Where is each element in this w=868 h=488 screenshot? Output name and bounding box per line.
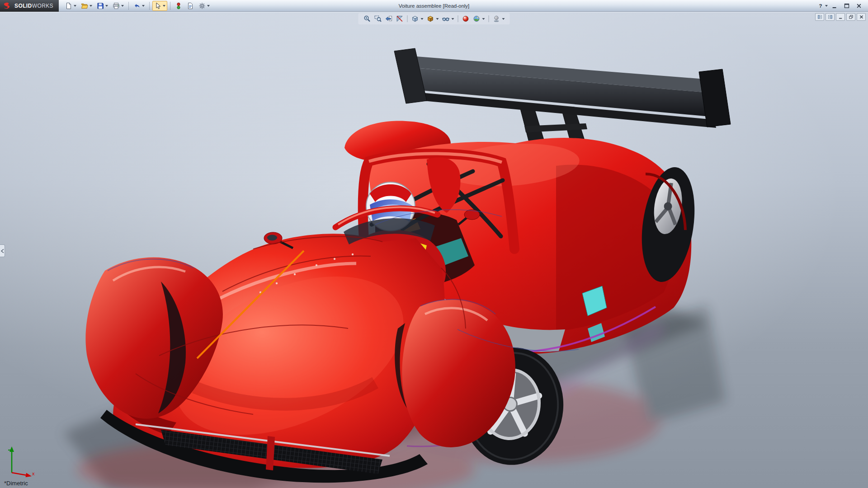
x-axis-arrow: x bbox=[12, 471, 35, 477]
file-properties-button[interactable] bbox=[185, 1, 196, 11]
edit-appearance-button[interactable] bbox=[461, 14, 471, 23]
model-viewport[interactable] bbox=[0, 12, 868, 488]
previous-view-button[interactable] bbox=[384, 14, 394, 23]
window-title: Voiture assemblee [Read-only] bbox=[399, 3, 470, 9]
reference-triad: x bbox=[6, 444, 35, 477]
apply-scene-icon bbox=[473, 15, 481, 23]
help-icon bbox=[817, 3, 824, 9]
dropdown-caret-icon[interactable] bbox=[105, 5, 108, 7]
brand-name: SOLIDWORKS bbox=[14, 3, 53, 9]
dropdown-caret-icon[interactable] bbox=[825, 5, 828, 7]
toolbar-separator bbox=[407, 15, 408, 22]
restore-icon bbox=[849, 14, 854, 19]
dropdown-caret-icon[interactable] bbox=[142, 5, 145, 7]
minimize-icon bbox=[838, 14, 843, 19]
minimize-button[interactable] bbox=[836, 13, 845, 21]
zoom-area-button[interactable] bbox=[373, 14, 383, 23]
open-document-icon bbox=[81, 2, 88, 9]
close-button[interactable] bbox=[854, 2, 864, 10]
toolbar-separator bbox=[489, 15, 489, 22]
solidworks-window: SOLIDWORKS Voiture assemblee [Read-only] bbox=[0, 0, 868, 488]
maximize-button[interactable] bbox=[841, 2, 852, 10]
help-button[interactable] bbox=[817, 2, 828, 10]
print-button[interactable] bbox=[111, 1, 126, 11]
dropdown-caret-icon[interactable] bbox=[482, 18, 485, 20]
display-style-button[interactable] bbox=[426, 14, 440, 23]
toolbar-separator bbox=[149, 2, 150, 10]
y-axis-arrow bbox=[8, 446, 14, 473]
hide-show-items-button[interactable] bbox=[441, 14, 455, 23]
apply-scene-button[interactable] bbox=[472, 14, 486, 23]
new-document-icon bbox=[65, 2, 72, 9]
view-orientation-icon bbox=[411, 15, 419, 23]
pane-right-icon bbox=[828, 14, 833, 19]
minimize-button[interactable] bbox=[829, 2, 840, 10]
undo-icon bbox=[133, 2, 141, 9]
rebuild-button[interactable] bbox=[173, 1, 184, 11]
display-style-icon bbox=[427, 15, 434, 23]
titlebar-controls bbox=[817, 2, 868, 10]
section-view-icon bbox=[396, 15, 404, 23]
dropdown-caret-icon[interactable] bbox=[207, 5, 210, 7]
dropdown-caret-icon[interactable] bbox=[502, 18, 505, 20]
maximize-icon bbox=[844, 3, 850, 9]
toolbar-separator bbox=[128, 2, 129, 10]
close-icon bbox=[859, 14, 864, 19]
edit-appearance-icon bbox=[462, 15, 470, 23]
select-cursor-icon bbox=[154, 2, 161, 9]
close-button[interactable] bbox=[857, 13, 866, 21]
heads-up-toolbar bbox=[359, 13, 510, 24]
section-view-button[interactable] bbox=[395, 14, 405, 23]
dropdown-caret-icon[interactable] bbox=[90, 5, 92, 7]
dropdown-caret-icon[interactable] bbox=[121, 5, 124, 7]
view-settings-button[interactable] bbox=[492, 14, 506, 23]
pane-left-icon bbox=[817, 14, 822, 19]
close-icon bbox=[856, 3, 862, 9]
undo-button[interactable] bbox=[132, 1, 146, 11]
view-settings-icon bbox=[493, 15, 500, 23]
view-orientation-button[interactable] bbox=[410, 14, 425, 23]
hide-show-items-icon bbox=[442, 15, 450, 23]
chevron-left-icon bbox=[1, 249, 4, 253]
zoom-fit-button[interactable] bbox=[363, 14, 372, 23]
file-properties-icon bbox=[187, 2, 194, 9]
toolbar-separator bbox=[170, 2, 170, 10]
rebuild-icon bbox=[175, 2, 182, 9]
solidworks-logo: SOLIDWORKS bbox=[0, 0, 59, 12]
restore-button[interactable] bbox=[846, 13, 855, 21]
zoom-fit-icon bbox=[363, 15, 371, 23]
new-document-button[interactable] bbox=[63, 1, 78, 11]
save-button[interactable] bbox=[95, 1, 110, 11]
options-icon bbox=[198, 2, 206, 9]
main-toolbar bbox=[63, 0, 212, 12]
dropdown-caret-icon[interactable] bbox=[74, 5, 76, 7]
minimize-icon bbox=[831, 3, 838, 9]
dropdown-caret-icon[interactable] bbox=[436, 18, 439, 20]
view-orientation-label: *Dimetric bbox=[4, 480, 28, 487]
select-cursor-button[interactable] bbox=[152, 1, 167, 11]
zoom-area-icon bbox=[374, 15, 382, 23]
save-icon bbox=[97, 2, 104, 9]
pane-right-button[interactable] bbox=[826, 13, 835, 21]
dropdown-caret-icon[interactable] bbox=[421, 18, 424, 20]
pane-left-button[interactable] bbox=[815, 13, 824, 21]
previous-view-icon bbox=[385, 15, 393, 23]
axis-label-x: x bbox=[32, 471, 35, 476]
toolbar-separator bbox=[458, 15, 458, 22]
graphics-area: x *Dimetric bbox=[0, 12, 868, 488]
open-document-button[interactable] bbox=[79, 1, 94, 11]
doc-window-controls bbox=[815, 13, 866, 21]
print-icon bbox=[113, 2, 120, 9]
dropdown-caret-icon[interactable] bbox=[163, 5, 165, 7]
title-bar: SOLIDWORKS Voiture assemblee [Read-only] bbox=[0, 0, 868, 12]
dropdown-caret-icon[interactable] bbox=[452, 18, 454, 20]
options-button[interactable] bbox=[197, 1, 212, 11]
feature-pane-expand-tab[interactable] bbox=[0, 244, 5, 257]
solidworks-logo-icon bbox=[3, 2, 12, 10]
